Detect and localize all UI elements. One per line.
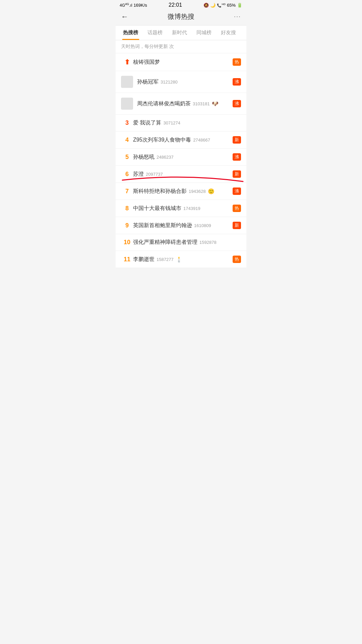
call-icon: 📞HD xyxy=(217,3,226,8)
item-content: 斯科特拒绝和孙杨合影 1943628 🙂 xyxy=(133,188,233,195)
item-content: Z95次列车39人食物中毒 2748667 xyxy=(133,137,233,144)
battery-icon: 🔋 xyxy=(237,3,242,8)
more-button[interactable]: ··· xyxy=(234,13,241,20)
item-content: 周杰伦请林俊杰喝奶茶 3103181 🐶 xyxy=(137,100,233,107)
tab-bar: 热搜榜 话题榜 新时代 同城榜 好友搜 xyxy=(116,25,246,40)
back-button[interactable]: ← xyxy=(121,12,128,21)
item-content: 强化严重精神障碍患者管理 1592878 xyxy=(133,239,241,246)
list-item[interactable]: 7 斯科特拒绝和孙杨合影 1943628 🙂 沸 xyxy=(116,183,246,200)
rank-thumbnail xyxy=(121,76,133,88)
rank-number: 10 xyxy=(121,239,133,246)
tab-topic[interactable]: 话题榜 xyxy=(143,25,167,40)
network-speed: 169K/s xyxy=(133,3,147,8)
badge-boil: 沸 xyxy=(233,78,241,86)
list-item[interactable]: ⬆ 核铸强国梦 热 xyxy=(116,53,246,71)
list-item[interactable]: 6 苏澄 2097737 新 xyxy=(116,166,246,183)
rank-number: 8 xyxy=(121,205,133,212)
rank-number: 3 xyxy=(121,119,133,126)
rank-number: 11 xyxy=(121,256,133,263)
item-content: 中国十大最有钱城市 1743919 xyxy=(133,205,233,212)
tab-local[interactable]: 同城榜 xyxy=(192,25,216,40)
item-content: 苏澄 2097737 xyxy=(133,171,233,178)
rank-thumbnail xyxy=(121,98,133,110)
list-item[interactable]: 5 孙杨怒吼 2486237 沸 xyxy=(116,149,246,166)
list-item[interactable]: 9 英国新首相鲍里斯约翰逊 1610809 新 xyxy=(116,217,246,234)
status-time: 22:01 xyxy=(169,2,182,8)
list-item[interactable]: 10 强化严重精神障碍患者管理 1592878 xyxy=(116,234,246,251)
page-header: ← 微博热搜 ··· xyxy=(116,9,246,25)
badge-hot: 热 xyxy=(233,256,241,263)
status-right: 🔕 🌙 📞HD 65% 🔋 xyxy=(203,3,242,8)
status-bar: 4G4G.ıl 169K/s 22:01 🔕 🌙 📞HD 65% 🔋 xyxy=(116,0,246,9)
list-item[interactable]: 周杰伦请林俊杰喝奶茶 3103181 🐶 沸 xyxy=(116,93,246,115)
moon-icon: 🌙 xyxy=(210,3,216,8)
list-item[interactable]: 4 Z95次列车39人食物中毒 2748667 新 xyxy=(116,131,246,149)
badge-boil: 沸 xyxy=(233,153,241,161)
hot-search-list: ⬆ 核铸强国梦 热 孙杨冠军 3121280 沸 周杰伦请林俊杰喝奶茶 3103… xyxy=(116,53,246,268)
list-item[interactable]: 3 爱 我说了算 3071274 xyxy=(116,115,246,131)
badge-new: 新 xyxy=(233,222,241,229)
badge-new: 新 xyxy=(233,136,241,144)
status-left: 4G4G.ıl 169K/s xyxy=(120,2,147,8)
item-content: 爱 我说了算 3071274 xyxy=(133,119,241,126)
tab-hot[interactable]: 热搜榜 xyxy=(118,25,143,40)
badge-boil: 沸 xyxy=(233,100,241,107)
tab-era[interactable]: 新时代 xyxy=(167,25,192,40)
item-content: 孙杨怒吼 2486237 xyxy=(133,154,233,161)
alarm-icon: 🔕 xyxy=(203,3,209,8)
tab-friend[interactable]: 好友搜 xyxy=(216,25,241,40)
list-item[interactable]: 11 李鹏逝世 1587277 🕯️ 热 xyxy=(116,251,246,268)
rank-number: 7 xyxy=(121,188,133,195)
partial-row: 天时热词，每分钟更新 次 xyxy=(116,40,246,53)
carrier-signal: 4G4G.ıl xyxy=(120,2,132,8)
badge-hot: 热 xyxy=(233,205,241,212)
badge-hot: 热 xyxy=(233,58,241,66)
item-content: 李鹏逝世 1587277 🕯️ xyxy=(133,256,233,263)
list-item[interactable]: 孙杨冠军 3121280 沸 xyxy=(116,71,246,93)
rank-number: 4 xyxy=(121,137,133,144)
badge-new: 新 xyxy=(233,170,241,178)
item-content: 英国新首相鲍里斯约翰逊 1610809 xyxy=(133,222,233,229)
rank-number: 9 xyxy=(121,222,133,229)
page-title: 微博热搜 xyxy=(128,12,234,21)
rank-number: 6 xyxy=(121,171,133,178)
badge-boil: 沸 xyxy=(233,187,241,195)
item-content: 孙杨冠军 3121280 xyxy=(137,78,233,86)
list-item[interactable]: 8 中国十大最有钱城市 1743919 热 xyxy=(116,200,246,217)
pin-icon: ⬆ xyxy=(121,58,133,66)
battery-pct: 65% xyxy=(227,3,236,8)
item-content: 核铸强国梦 xyxy=(133,59,233,66)
rank-number: 5 xyxy=(121,154,133,161)
